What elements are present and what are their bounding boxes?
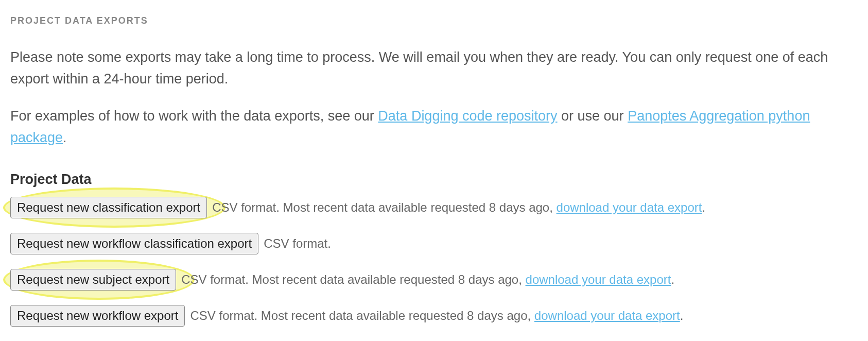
classification-export-desc: CSV format. Most recent data available r…	[212, 200, 705, 215]
workflow-classification-export-desc: CSV format.	[264, 236, 331, 251]
export-row-subject: Request new subject export CSV format. M…	[10, 269, 858, 291]
highlight-subject: Request new subject export	[10, 269, 181, 291]
subject-export-desc: CSV format. Most recent data available r…	[181, 272, 674, 287]
classification-desc-suffix: .	[702, 200, 705, 214]
workflow-export-desc: CSV format. Most recent data available r…	[190, 309, 683, 323]
subsection-title: Project Data	[10, 172, 858, 187]
request-subject-export-button[interactable]: Request new subject export	[10, 269, 176, 291]
subject-desc-suffix: .	[671, 272, 674, 286]
request-workflow-export-button[interactable]: Request new workflow export	[10, 305, 185, 327]
request-workflow-classification-export-button[interactable]: Request new workflow classification expo…	[10, 233, 258, 254]
description-text-1: Please note some exports may take a long…	[10, 47, 858, 90]
subject-desc-prefix: CSV format. Most recent data available r…	[181, 272, 525, 286]
section-title: PROJECT DATA EXPORTS	[10, 15, 858, 26]
description-2-middle: or use our	[558, 108, 628, 124]
download-subject-link[interactable]: download your data export	[526, 272, 671, 286]
highlight-classification: Request new classification export	[10, 197, 212, 218]
workflow-desc-prefix: CSV format. Most recent data available r…	[190, 309, 534, 322]
export-row-classification: Request new classification export CSV fo…	[10, 197, 858, 218]
description-text-2: For examples of how to work with the dat…	[10, 106, 858, 149]
data-digging-link[interactable]: Data Digging code repository	[378, 108, 557, 124]
download-classification-link[interactable]: download your data export	[557, 200, 702, 214]
description-2-prefix: For examples of how to work with the dat…	[10, 108, 378, 124]
download-workflow-link[interactable]: download your data export	[534, 309, 680, 322]
export-row-workflow-classification: Request new workflow classification expo…	[10, 233, 858, 254]
description-2-suffix: .	[63, 130, 67, 145]
export-row-workflow: Request new workflow export CSV format. …	[10, 305, 858, 327]
request-classification-export-button[interactable]: Request new classification export	[10, 197, 207, 218]
workflow-desc-suffix: .	[680, 309, 684, 322]
classification-desc-prefix: CSV format. Most recent data available r…	[212, 200, 556, 214]
